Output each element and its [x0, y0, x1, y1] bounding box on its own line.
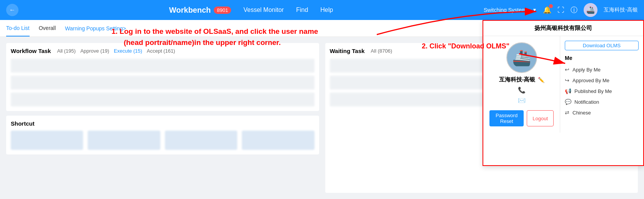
- tab-todo-list[interactable]: To-do List: [6, 20, 30, 36]
- nav-find[interactable]: Find: [296, 7, 308, 13]
- shortcut-item[interactable]: [242, 131, 314, 150]
- avatar[interactable]: 🚢: [584, 3, 597, 17]
- filter-approve[interactable]: Approve (19): [80, 48, 109, 54]
- profile-panel-inner: 🚢 互海科技-高银 ✏️ 📞 ✉️ Password Reset Logout …: [483, 36, 643, 133]
- menu-label-notification: Notification: [574, 99, 599, 105]
- nav-vessel-monitor[interactable]: Vessel Monitor: [243, 7, 284, 13]
- brand: Workbench 8901: [169, 6, 231, 15]
- table-row: [11, 59, 315, 73]
- header: ← Workbench 8901 Vessel Monitor Find Hel…: [0, 0, 644, 20]
- approved-icon: ↪: [565, 77, 569, 83]
- shortcut-item[interactable]: [165, 131, 237, 150]
- nav-help[interactable]: Help: [320, 7, 333, 13]
- phone-icon-row: 📞: [518, 86, 526, 94]
- shortcut-item[interactable]: [88, 131, 160, 150]
- profile-avatar: 🚢: [506, 42, 537, 73]
- menu-item-notification[interactable]: 💬 Notification: [565, 96, 639, 107]
- menu-label-chinese: Chinese: [572, 110, 591, 116]
- email-icon-row: ✉️: [518, 97, 526, 104]
- menu-item-approved[interactable]: ↪ Approved By Me: [565, 75, 639, 86]
- filter-execute[interactable]: Execute (15): [114, 48, 142, 54]
- profile-left: 🚢 互海科技-高银 ✏️ 📞 ✉️ Password Reset Logout: [483, 36, 560, 133]
- header-right: Switching System ▼ 🔔 ⛶ ⓘ 🚢 互海科技-高银: [484, 3, 638, 17]
- table-row: [11, 93, 315, 106]
- brand-text: Workbench: [169, 6, 211, 15]
- badge: 8901: [214, 7, 231, 14]
- back-button[interactable]: ←: [6, 4, 18, 16]
- bell-badge: [549, 4, 553, 8]
- notification-icon: 💬: [565, 99, 571, 105]
- menu-item-published[interactable]: 📢 Published By Me: [565, 86, 639, 96]
- workflow-filters: All (195) Approve (19) Execute (15) Acce…: [57, 48, 175, 54]
- language-icon: ⇄: [565, 109, 569, 116]
- shortcut-items: [11, 131, 315, 150]
- workflow-title: Workflow Task: [11, 48, 51, 54]
- profile-username: 互海科技-高银: [499, 76, 536, 83]
- header-center: Workbench 8901 Vessel Monitor Find Help: [18, 6, 484, 15]
- chevron-icon: ▼: [532, 7, 537, 13]
- profile-name-row: 互海科技-高银 ✏️: [499, 76, 544, 83]
- bell-icon[interactable]: 🔔: [543, 6, 551, 14]
- workflow-section: Workflow Task All (195) Approve (19) Exe…: [6, 43, 319, 111]
- table-row: [11, 76, 315, 90]
- waiting-filter-all[interactable]: All (8706): [371, 48, 392, 54]
- download-olms-button[interactable]: Download OLMS: [565, 41, 639, 50]
- shortcut-item[interactable]: [11, 131, 83, 150]
- waiting-title: Waiting Task: [330, 48, 365, 54]
- logout-button[interactable]: Logout: [527, 110, 554, 126]
- shortcut-title: Shortcut: [11, 120, 315, 127]
- workflow-rows: [11, 59, 315, 106]
- password-reset-button[interactable]: Password Reset: [489, 110, 524, 126]
- tab-warning-popups[interactable]: Warning Popups Setting>: [65, 21, 126, 36]
- help-icon[interactable]: ⓘ: [571, 5, 577, 15]
- waiting-filters: All (8706): [371, 48, 392, 54]
- username-label[interactable]: 互海科技-高银: [604, 7, 638, 13]
- filter-all[interactable]: All (195): [57, 48, 75, 54]
- workflow-header: Workflow Task All (195) Approve (19) Exe…: [11, 48, 315, 54]
- menu-item-apply[interactable]: ↩ Apply By Me: [565, 64, 639, 75]
- company-name: 扬州高银科技有限公司: [483, 21, 643, 36]
- switching-system[interactable]: Switching System: [484, 7, 526, 13]
- edit-icon[interactable]: ✏️: [538, 77, 544, 83]
- published-icon: 📢: [565, 88, 571, 94]
- profile-right: Download OLMS Me ↩ Apply By Me ↪ Approve…: [560, 36, 643, 133]
- left-column: Workflow Task All (195) Approve (19) Exe…: [6, 43, 319, 193]
- menu-label-apply: Apply By Me: [572, 67, 601, 73]
- fullscreen-icon[interactable]: ⛶: [557, 6, 564, 14]
- shortcut-section: Shortcut: [6, 116, 319, 154]
- menu-item-chinese[interactable]: ⇄ Chinese: [565, 107, 639, 118]
- tab-overall[interactable]: Overall: [39, 20, 56, 36]
- me-label: Me: [565, 55, 639, 61]
- menu-label-approved: Approved By Me: [572, 78, 609, 83]
- apply-icon: ↩: [565, 66, 569, 73]
- profile-actions: Password Reset Logout: [489, 110, 554, 126]
- profile-panel: 扬州高银科技有限公司 🚢 互海科技-高银 ✏️ 📞 ✉️ Password Re…: [483, 20, 644, 166]
- menu-label-published: Published By Me: [574, 88, 612, 94]
- filter-accept[interactable]: Accept (161): [147, 48, 175, 54]
